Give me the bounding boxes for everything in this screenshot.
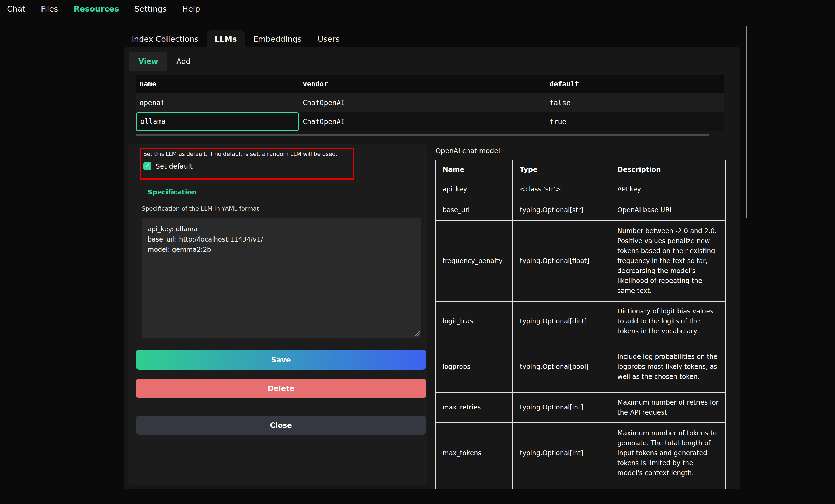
param-col-type: Type (513, 160, 610, 179)
param-name: api_key (435, 179, 513, 200)
nav-help[interactable]: Help (182, 4, 200, 14)
params-header-row: Name Type Description (435, 160, 726, 179)
param-name: max_retries (435, 392, 513, 423)
set-default-label: Set default (156, 162, 192, 170)
column-header-default: default (546, 75, 724, 93)
specification-subtitle: Specification of the LLM in YAML format (142, 205, 259, 212)
param-description: Number between -2.0 and 2.0. Positive va… (610, 220, 726, 301)
param-type: typing.Optional[bool] (513, 341, 610, 392)
yaml-spec-textarea[interactable]: api_key: ollama base_url: http://localho… (142, 217, 421, 338)
param-name: logit_bias (435, 301, 513, 341)
cell-default: false (546, 93, 724, 112)
param-description: Include log probabilities on the logprob… (610, 341, 726, 392)
param-type: typing.Optional[float] (513, 220, 610, 301)
subtab-view[interactable]: View (129, 52, 167, 71)
param-type: typing.Optional[int] (513, 423, 610, 484)
param-type: <class 'str'> (513, 179, 610, 200)
param-name: base_url (435, 200, 513, 220)
nav-files[interactable]: Files (41, 4, 58, 14)
param-row-max-tokens: max_tokens typing.Optional[int] Maximum … (435, 423, 726, 484)
cell-name-selected: ollama (136, 112, 299, 131)
tab-index-collections[interactable]: Index Collections (124, 30, 207, 47)
nav-settings[interactable]: Settings (135, 4, 167, 14)
table-horizontal-scrollbar[interactable] (136, 134, 710, 136)
param-description: Maximum number of tokens to generate. Th… (610, 423, 726, 484)
param-description: Maximum number of retries for the API re… (610, 392, 726, 423)
param-col-description: Description (610, 160, 726, 179)
param-row-base-url: base_url typing.Optional[str] OpenAI bas… (435, 200, 726, 220)
model-info-table-clip: Name Type Description api_key <class 'st… (435, 160, 726, 489)
model-info-title: OpenAI chat model (435, 147, 726, 155)
param-row-partial (435, 484, 726, 489)
tab-embeddings[interactable]: Embeddings (245, 30, 310, 47)
cell-vendor: ChatOpenAI (299, 93, 546, 112)
save-button[interactable]: Save (136, 350, 426, 370)
llm-list-table: name vendor default openai ChatOpenAI fa… (136, 75, 724, 131)
param-description: OpenAI base URL (610, 200, 726, 220)
column-header-vendor: vendor (299, 75, 546, 93)
param-type: typing.Optional[int] (513, 392, 610, 423)
param-row-logit-bias: logit_bias typing.Optional[dict] Diction… (435, 301, 726, 341)
param-type: typing.Optional[str] (513, 200, 610, 220)
tab-llms[interactable]: LLMs (207, 30, 245, 47)
param-row-logprobs: logprobs typing.Optional[bool] Include l… (435, 341, 726, 392)
model-info-panel: OpenAI chat model Name Type Description … (435, 147, 726, 489)
llm-table-header: name vendor default (136, 75, 724, 93)
llms-panel: View Add name vendor default openai Chat… (124, 47, 740, 489)
param-description: Dictionary of logit bias values to add t… (610, 301, 726, 341)
set-default-hint: Set this LLM as default. If no default i… (143, 151, 337, 157)
subtab-add[interactable]: Add (167, 52, 200, 71)
tab-users[interactable]: Users (309, 30, 347, 47)
param-name: frequency_penalty (435, 220, 513, 301)
close-button[interactable]: Close (136, 416, 426, 435)
set-default-row: ✓ Set default (143, 162, 192, 170)
model-params-table: Name Type Description api_key <class 'st… (435, 160, 726, 489)
param-name: logprobs (435, 341, 513, 392)
page-scrollbar-thumb[interactable] (746, 26, 747, 218)
llm-row-openai[interactable]: openai ChatOpenAI false (136, 93, 724, 112)
delete-button[interactable]: Delete (136, 379, 426, 398)
llm-row-ollama[interactable]: ollama ChatOpenAI true (136, 112, 724, 131)
param-name: max_tokens (435, 423, 513, 484)
specification-title: Specification (148, 188, 197, 196)
cell-default: true (546, 112, 724, 131)
resource-tabs: Index Collections LLMs Embeddings Users (124, 30, 348, 47)
param-row-api-key: api_key <class 'str'> API key (435, 179, 726, 200)
annotation-red-box: Set this LLM as default. If no default i… (140, 148, 354, 180)
param-description: API key (610, 179, 726, 200)
cell-name: openai (136, 93, 299, 112)
view-add-subtabs: View Add (129, 52, 734, 71)
check-icon: ✓ (145, 163, 150, 169)
nav-resources[interactable]: Resources (74, 4, 119, 14)
cell-vendor: ChatOpenAI (299, 112, 546, 131)
nav-chat[interactable]: Chat (7, 4, 25, 14)
column-header-name: name (136, 75, 299, 93)
param-row-max-retries: max_retries typing.Optional[int] Maximum… (435, 392, 726, 423)
llm-detail-panel: Set this LLM as default. If no default i… (128, 144, 427, 485)
top-nav: Chat Files Resources Settings Help (7, 4, 200, 14)
param-row-frequency-penalty: frequency_penalty typing.Optional[float]… (435, 220, 726, 301)
param-type: typing.Optional[dict] (513, 301, 610, 341)
param-col-name: Name (435, 160, 513, 179)
set-default-checkbox[interactable]: ✓ (143, 162, 151, 170)
